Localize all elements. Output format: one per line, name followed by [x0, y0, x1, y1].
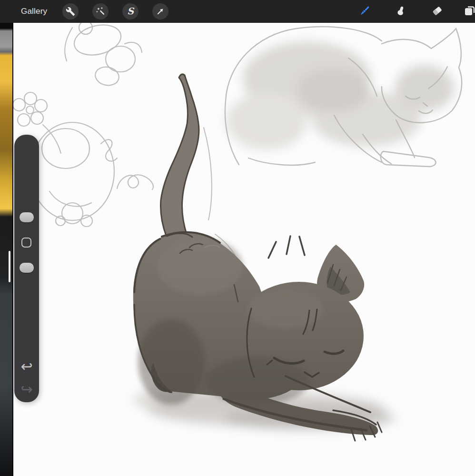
smudge-finger-icon — [396, 5, 406, 18]
adjustments-button[interactable] — [92, 3, 109, 20]
selection-s-icon: S — [127, 7, 134, 16]
eraser-icon — [432, 5, 443, 18]
split-view-handle[interactable] — [9, 251, 10, 282]
modify-button[interactable] — [21, 238, 31, 248]
opacity-slider[interactable] — [14, 254, 39, 306]
canvas-artwork[interactable] — [13, 23, 475, 476]
transform-arrow-icon — [156, 7, 165, 16]
paint-tool-button[interactable] — [358, 5, 371, 18]
layers-button[interactable] — [465, 5, 475, 18]
sidebar-tools: ↩ ↪ — [14, 135, 39, 402]
magic-wand-icon — [96, 7, 105, 16]
paintbrush-icon — [359, 5, 371, 18]
brush-size-slider-thumb[interactable] — [20, 212, 34, 222]
layers-icon — [465, 5, 475, 18]
drawing-canvas[interactable] — [13, 23, 475, 476]
undo-button[interactable]: ↩ — [14, 359, 39, 374]
transform-button[interactable] — [152, 3, 168, 20]
selection-button[interactable]: S — [122, 3, 139, 20]
erase-tool-button[interactable] — [431, 5, 443, 18]
opacity-slider-thumb[interactable] — [20, 263, 34, 273]
gallery-button[interactable]: Gallery — [21, 0, 47, 23]
split-view-edge[interactable] — [0, 23, 13, 476]
redo-button[interactable]: ↪ — [14, 382, 39, 397]
actions-button[interactable] — [62, 3, 79, 20]
wrench-icon — [66, 7, 75, 16]
background-sketches — [13, 23, 462, 259]
smudge-tool-button[interactable] — [395, 5, 407, 18]
top-toolbar: Gallery S — [0, 0, 475, 23]
